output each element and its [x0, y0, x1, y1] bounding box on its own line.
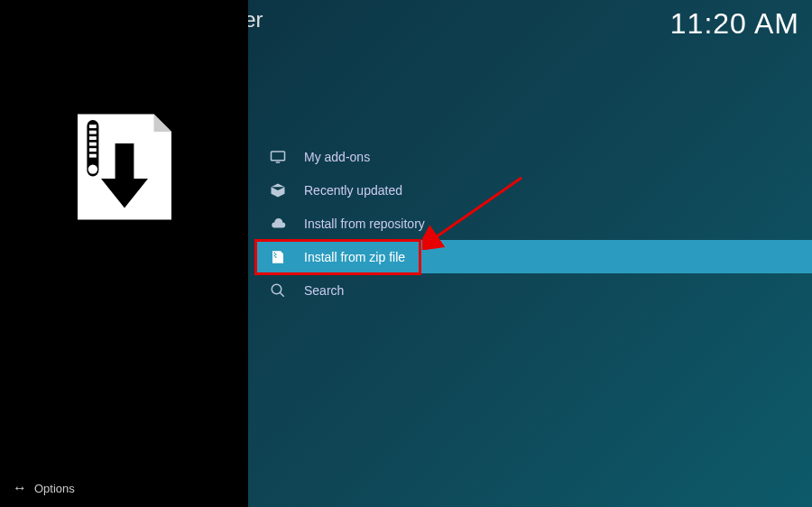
svg-rect-6 — [89, 154, 97, 158]
menu-list: My add-ons Recently updated Install from… — [257, 140, 812, 307]
box-icon — [268, 180, 288, 200]
svg-point-7 — [88, 164, 97, 173]
svg-rect-5 — [89, 148, 97, 152]
menu-item-label: My add-ons — [304, 150, 370, 164]
zip-icon — [268, 247, 288, 267]
svg-rect-13 — [275, 256, 277, 258]
svg-rect-11 — [275, 254, 277, 255]
footer-options[interactable]: ↔ Options — [13, 480, 75, 496]
svg-rect-8 — [272, 152, 285, 161]
svg-rect-9 — [276, 161, 281, 163]
svg-rect-1 — [89, 124, 97, 128]
menu-item-label: Search — [304, 283, 344, 298]
options-icon: ↔ — [13, 480, 27, 496]
sidebar: ↔ Options — [0, 0, 248, 507]
svg-line-15 — [280, 292, 284, 297]
menu-item-install-repository[interactable]: Install from repository — [257, 207, 812, 240]
menu-item-label: Recently updated — [304, 183, 402, 198]
svg-rect-2 — [89, 131, 97, 134]
options-label: Options — [34, 482, 75, 495]
install-zip-large-icon — [66, 108, 183, 226]
svg-point-14 — [272, 284, 281, 294]
cloud-download-icon — [268, 214, 288, 234]
svg-rect-12 — [274, 254, 276, 256]
menu-item-label: Install from repository — [304, 217, 425, 231]
menu-item-my-addons[interactable]: My add-ons — [257, 140, 812, 173]
svg-rect-4 — [89, 143, 97, 146]
svg-rect-10 — [274, 252, 276, 254]
menu-item-search[interactable]: Search — [257, 273, 812, 307]
menu-item-install-zip[interactable]: Install from zip file — [257, 240, 812, 273]
svg-rect-3 — [89, 136, 97, 140]
menu-item-recently-updated[interactable]: Recently updated — [257, 173, 812, 207]
search-icon — [268, 281, 288, 300]
monitor-icon — [268, 147, 288, 167]
menu-item-label: Install from zip file — [304, 250, 405, 264]
clock: 11:20 AM — [670, 7, 799, 41]
